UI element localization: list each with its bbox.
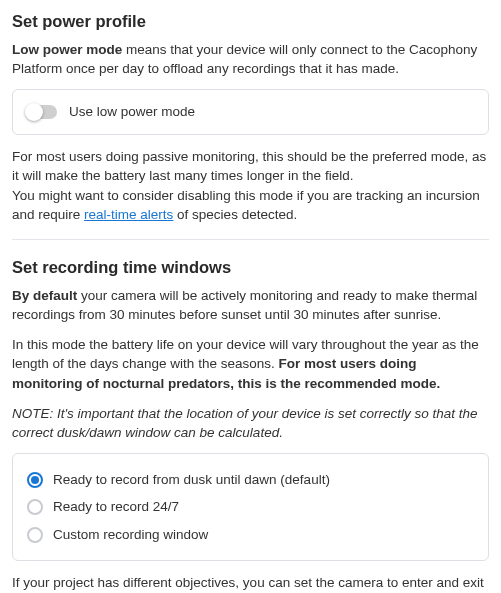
- by-default-term: By default: [12, 288, 77, 303]
- power-note-2b: of species detected.: [173, 207, 297, 222]
- recording-after-a: If your project has different objectives…: [12, 575, 484, 593]
- recording-desc-1: By default your camera will be actively …: [12, 286, 489, 325]
- recording-desc-2: In this mode the battery life on your de…: [12, 335, 489, 394]
- recording-after-note: If your project has different objectives…: [12, 573, 489, 593]
- low-power-toggle[interactable]: [27, 105, 57, 119]
- power-profile-notes: For most users doing passive monitoring,…: [12, 147, 489, 225]
- radio-icon: [27, 499, 43, 515]
- power-profile-section: Set power profile Low power mode means t…: [12, 10, 489, 225]
- recording-option-dusk-dawn[interactable]: Ready to record from dusk until dawn (de…: [27, 466, 474, 494]
- recording-windows-heading: Set recording time windows: [12, 256, 489, 280]
- power-toggle-card: Use low power mode: [12, 89, 489, 135]
- section-divider: [12, 239, 489, 240]
- radio-icon: [27, 527, 43, 543]
- low-power-toggle-row[interactable]: Use low power mode: [27, 102, 474, 122]
- real-time-alerts-link[interactable]: real-time alerts: [84, 207, 173, 222]
- toggle-knob: [25, 103, 43, 121]
- power-note-1: For most users doing passive monitoring,…: [12, 147, 489, 186]
- recording-location-note-text: NOTE: It's important that the location o…: [12, 406, 478, 441]
- low-power-mode-term: Low power mode: [12, 42, 122, 57]
- recording-windows-section: Set recording time windows By default yo…: [12, 256, 489, 593]
- power-profile-description: Low power mode means that your device wi…: [12, 40, 489, 79]
- power-profile-heading: Set power profile: [12, 10, 489, 34]
- recording-option-label: Custom recording window: [53, 525, 208, 545]
- low-power-toggle-label: Use low power mode: [69, 102, 195, 122]
- power-note-2: You might want to consider disabling thi…: [12, 186, 489, 225]
- recording-option-247[interactable]: Ready to record 24/7: [27, 493, 474, 521]
- recording-options-card: Ready to record from dusk until dawn (de…: [12, 453, 489, 562]
- recording-option-custom[interactable]: Custom recording window: [27, 521, 474, 549]
- radio-icon: [27, 472, 43, 488]
- recording-option-label: Ready to record 24/7: [53, 497, 179, 517]
- recording-location-note: NOTE: It's important that the location o…: [12, 404, 489, 443]
- recording-desc-1-rest: your camera will be actively monitoring …: [12, 288, 477, 323]
- recording-option-label: Ready to record from dusk until dawn (de…: [53, 470, 330, 490]
